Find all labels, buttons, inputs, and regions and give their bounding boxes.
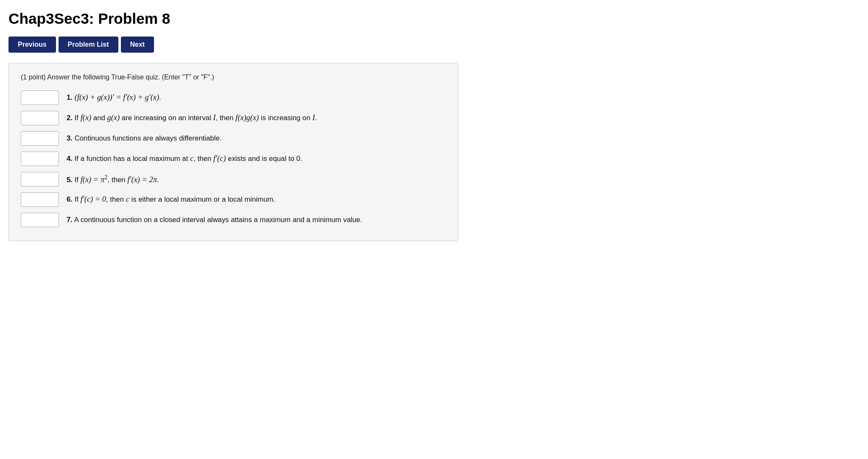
answer-input-7[interactable] [21,213,59,227]
question-text-2: 2. If f(x) and g(x) are increasing on an… [67,112,317,124]
answer-input-6[interactable] [21,192,59,207]
question-text-6: 6. If f′(c) = 0, then c is either a loca… [67,194,275,206]
question-text-5: 5. If f(x) = π2, then f′(x) = 2π. [67,172,159,186]
question-item: 7. A continuous function on a closed int… [21,213,446,227]
answer-input-3[interactable] [21,131,59,146]
question-text-7: 7. A continuous function on a closed int… [67,214,362,225]
next-button[interactable]: Next [121,37,154,53]
question-item: 6. If f′(c) = 0, then c is either a loca… [21,192,446,207]
page-title: Chap3Sec3: Problem 8 [8,10,458,27]
problem-box: (1 point) Answer the following True-Fals… [8,63,458,241]
previous-button[interactable]: Previous [8,37,56,53]
questions-list: 1. (f(x) + g(x))′ = f′(x) + g′(x).2. If … [21,90,446,227]
question-item: 3. Continuous functions are always diffe… [21,131,446,146]
question-item: 2. If f(x) and g(x) are increasing on an… [21,111,446,125]
question-text-4: 4. If a function has a local maximum at … [67,153,302,165]
question-item: 1. (f(x) + g(x))′ = f′(x) + g′(x). [21,90,446,105]
nav-buttons: Previous Problem List Next [8,37,458,53]
question-item: 4. If a function has a local maximum at … [21,152,446,166]
instructions: (1 point) Answer the following True-Fals… [21,73,446,81]
question-text-1: 1. (f(x) + g(x))′ = f′(x) + g′(x). [67,92,161,104]
answer-input-4[interactable] [21,152,59,166]
answer-input-2[interactable] [21,111,59,125]
problem-list-button[interactable]: Problem List [59,37,118,53]
question-item: 5. If f(x) = π2, then f′(x) = 2π. [21,172,446,186]
answer-input-5[interactable] [21,172,59,186]
answer-input-1[interactable] [21,90,59,105]
question-text-3: 3. Continuous functions are always diffe… [67,133,221,144]
